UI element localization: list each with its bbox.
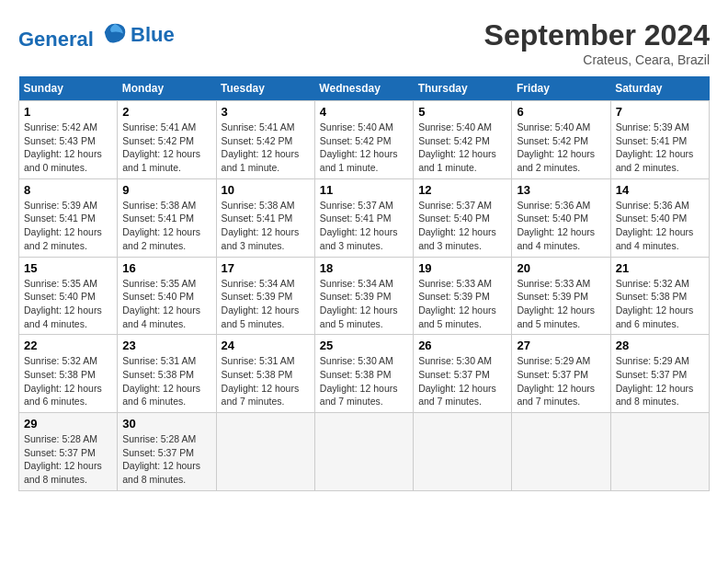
calendar-cell: 10 Sunrise: 5:38 AM Sunset: 5:41 PM Dayl… xyxy=(216,178,314,257)
day-number: 5 xyxy=(418,105,506,119)
day-number: 7 xyxy=(616,105,704,119)
calendar-cell: 24 Sunrise: 5:31 AM Sunset: 5:38 PM Dayl… xyxy=(216,335,314,413)
calendar-cell: 3 Sunrise: 5:41 AM Sunset: 5:42 PM Dayli… xyxy=(216,101,314,179)
day-info: Sunrise: 5:33 AM Sunset: 5:39 PM Dayligh… xyxy=(418,277,506,331)
day-number: 10 xyxy=(222,183,310,197)
calendar-cell xyxy=(610,413,709,491)
calendar-cell: 8 Sunrise: 5:39 AM Sunset: 5:41 PM Dayli… xyxy=(19,178,118,257)
day-number: 28 xyxy=(616,339,704,352)
day-number: 13 xyxy=(517,183,605,197)
day-number: 9 xyxy=(122,183,210,197)
day-info: Sunrise: 5:29 AM Sunset: 5:37 PM Dayligh… xyxy=(517,354,605,408)
calendar-cell: 30 Sunrise: 5:28 AM Sunset: 5:37 PM Dayl… xyxy=(118,413,216,491)
day-info: Sunrise: 5:35 AM Sunset: 5:40 PM Dayligh… xyxy=(122,277,210,331)
day-info: Sunrise: 5:34 AM Sunset: 5:39 PM Dayligh… xyxy=(222,277,310,331)
calendar-cell: 21 Sunrise: 5:32 AM Sunset: 5:38 PM Dayl… xyxy=(610,257,709,335)
day-number: 18 xyxy=(320,261,408,275)
calendar-row: 29 Sunrise: 5:28 AM Sunset: 5:37 PM Dayl… xyxy=(19,413,710,491)
day-info: Sunrise: 5:28 AM Sunset: 5:37 PM Dayligh… xyxy=(24,432,112,487)
day-info: Sunrise: 5:38 AM Sunset: 5:41 PM Dayligh… xyxy=(222,199,310,253)
logo-text: General xyxy=(18,18,129,51)
day-number: 14 xyxy=(616,183,704,197)
logo-icon xyxy=(101,18,129,46)
calendar-cell: 13 Sunrise: 5:36 AM Sunset: 5:40 PM Dayl… xyxy=(512,178,610,257)
day-info: Sunrise: 5:34 AM Sunset: 5:39 PM Dayligh… xyxy=(320,277,408,331)
day-info: Sunrise: 5:36 AM Sunset: 5:40 PM Dayligh… xyxy=(517,199,605,253)
calendar-cell: 18 Sunrise: 5:34 AM Sunset: 5:39 PM Dayl… xyxy=(314,257,413,335)
day-info: Sunrise: 5:40 AM Sunset: 5:42 PM Dayligh… xyxy=(517,121,605,175)
day-number: 17 xyxy=(222,261,310,275)
calendar-cell: 19 Sunrise: 5:33 AM Sunset: 5:39 PM Dayl… xyxy=(414,257,512,335)
day-number: 24 xyxy=(222,339,310,352)
calendar-cell: 26 Sunrise: 5:30 AM Sunset: 5:37 PM Dayl… xyxy=(414,335,512,413)
day-number: 4 xyxy=(320,105,408,119)
day-number: 19 xyxy=(418,261,506,275)
day-info: Sunrise: 5:31 AM Sunset: 5:38 PM Dayligh… xyxy=(122,354,210,408)
day-number: 1 xyxy=(24,105,112,119)
day-info: Sunrise: 5:41 AM Sunset: 5:42 PM Dayligh… xyxy=(222,121,310,175)
calendar-cell: 9 Sunrise: 5:38 AM Sunset: 5:41 PM Dayli… xyxy=(118,178,216,257)
day-number: 8 xyxy=(24,183,112,197)
calendar-cell: 25 Sunrise: 5:30 AM Sunset: 5:38 PM Dayl… xyxy=(314,335,413,413)
calendar-cell xyxy=(314,413,413,491)
calendar-cell xyxy=(512,413,610,491)
day-info: Sunrise: 5:31 AM Sunset: 5:38 PM Dayligh… xyxy=(222,354,310,408)
day-info: Sunrise: 5:33 AM Sunset: 5:39 PM Dayligh… xyxy=(517,277,605,331)
calendar-row: 1 Sunrise: 5:42 AM Sunset: 5:43 PM Dayli… xyxy=(19,101,710,179)
calendar-cell: 6 Sunrise: 5:40 AM Sunset: 5:42 PM Dayli… xyxy=(512,101,610,179)
day-info: Sunrise: 5:40 AM Sunset: 5:42 PM Dayligh… xyxy=(320,121,408,175)
day-info: Sunrise: 5:42 AM Sunset: 5:43 PM Dayligh… xyxy=(24,121,112,175)
col-monday: Monday xyxy=(118,76,216,101)
day-number: 20 xyxy=(517,261,605,275)
calendar-cell: 20 Sunrise: 5:33 AM Sunset: 5:39 PM Dayl… xyxy=(512,257,610,335)
day-info: Sunrise: 5:29 AM Sunset: 5:37 PM Dayligh… xyxy=(616,354,704,408)
day-info: Sunrise: 5:32 AM Sunset: 5:38 PM Dayligh… xyxy=(616,277,704,331)
logo: General Blue xyxy=(18,18,175,51)
day-number: 26 xyxy=(418,339,506,352)
calendar-cell xyxy=(216,413,314,491)
calendar-cell: 17 Sunrise: 5:34 AM Sunset: 5:39 PM Dayl… xyxy=(216,257,314,335)
day-number: 2 xyxy=(122,105,210,119)
calendar-row: 15 Sunrise: 5:35 AM Sunset: 5:40 PM Dayl… xyxy=(19,257,710,335)
calendar-cell: 12 Sunrise: 5:37 AM Sunset: 5:40 PM Dayl… xyxy=(414,178,512,257)
header-row: Sunday Monday Tuesday Wednesday Thursday… xyxy=(19,76,710,101)
col-friday: Friday xyxy=(512,76,610,101)
col-thursday: Thursday xyxy=(414,76,512,101)
day-info: Sunrise: 5:32 AM Sunset: 5:38 PM Dayligh… xyxy=(24,354,112,408)
calendar-cell: 2 Sunrise: 5:41 AM Sunset: 5:42 PM Dayli… xyxy=(118,101,216,179)
calendar-cell: 11 Sunrise: 5:37 AM Sunset: 5:41 PM Dayl… xyxy=(314,178,413,257)
location: Crateus, Ceara, Brazil xyxy=(484,52,710,67)
day-number: 21 xyxy=(616,261,704,275)
calendar-cell: 28 Sunrise: 5:29 AM Sunset: 5:37 PM Dayl… xyxy=(610,335,709,413)
day-number: 16 xyxy=(122,261,210,275)
calendar-row: 22 Sunrise: 5:32 AM Sunset: 5:38 PM Dayl… xyxy=(19,335,710,413)
day-info: Sunrise: 5:38 AM Sunset: 5:41 PM Dayligh… xyxy=(122,199,210,253)
logo-blue: Blue xyxy=(131,24,175,46)
day-number: 12 xyxy=(418,183,506,197)
day-info: Sunrise: 5:28 AM Sunset: 5:37 PM Dayligh… xyxy=(122,432,210,487)
day-number: 30 xyxy=(122,417,210,431)
day-info: Sunrise: 5:30 AM Sunset: 5:38 PM Dayligh… xyxy=(320,354,408,408)
day-number: 29 xyxy=(24,417,112,431)
calendar-cell: 14 Sunrise: 5:36 AM Sunset: 5:40 PM Dayl… xyxy=(610,178,709,257)
day-info: Sunrise: 5:39 AM Sunset: 5:41 PM Dayligh… xyxy=(24,199,112,253)
calendar-cell: 23 Sunrise: 5:31 AM Sunset: 5:38 PM Dayl… xyxy=(118,335,216,413)
day-number: 11 xyxy=(320,183,408,197)
day-number: 23 xyxy=(122,339,210,352)
calendar-cell: 4 Sunrise: 5:40 AM Sunset: 5:42 PM Dayli… xyxy=(314,101,413,179)
day-info: Sunrise: 5:39 AM Sunset: 5:41 PM Dayligh… xyxy=(616,121,704,175)
calendar-cell: 7 Sunrise: 5:39 AM Sunset: 5:41 PM Dayli… xyxy=(610,101,709,179)
day-info: Sunrise: 5:41 AM Sunset: 5:42 PM Dayligh… xyxy=(122,121,210,175)
day-number: 6 xyxy=(517,105,605,119)
day-number: 3 xyxy=(222,105,310,119)
day-number: 27 xyxy=(517,339,605,352)
day-info: Sunrise: 5:36 AM Sunset: 5:40 PM Dayligh… xyxy=(616,199,704,253)
calendar-cell: 27 Sunrise: 5:29 AM Sunset: 5:37 PM Dayl… xyxy=(512,335,610,413)
col-tuesday: Tuesday xyxy=(216,76,314,101)
day-info: Sunrise: 5:30 AM Sunset: 5:37 PM Dayligh… xyxy=(418,354,506,408)
title-block: September 2024 Crateus, Ceara, Brazil xyxy=(484,18,710,67)
day-info: Sunrise: 5:37 AM Sunset: 5:40 PM Dayligh… xyxy=(418,199,506,253)
col-wednesday: Wednesday xyxy=(314,76,413,101)
calendar-cell: 29 Sunrise: 5:28 AM Sunset: 5:37 PM Dayl… xyxy=(19,413,118,491)
page-header: General Blue September 2024 Crateus, Cea… xyxy=(18,18,710,67)
